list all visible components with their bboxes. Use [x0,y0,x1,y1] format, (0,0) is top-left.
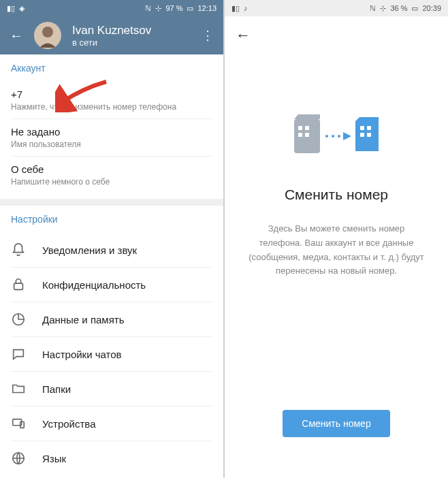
bio-hint: Напишите немного о себе [11,177,212,187]
battery-icon: ▭ [411,4,418,13]
status-bar: ▮▯ ◈ ℕ ⊹ 97 % ▭ 12:13 [0,0,223,16]
devices-icon [11,416,26,431]
battery-percent: 36 % [390,4,407,12]
wifi-icon: ◈ [19,4,25,13]
svg-point-12 [332,135,334,138]
settings-title: Настройки [11,214,212,225]
svg-point-13 [338,135,340,138]
svg-rect-8 [305,126,309,130]
chat-settings-row[interactable]: Настройки чатов [11,337,212,372]
main-content: Сменить номер Здесь Вы можете сменить но… [225,54,448,478]
svg-rect-4 [20,421,25,428]
clock: 12:13 [197,4,217,12]
account-section: Аккаунт +7 Нажмите, чтобы изменить номер… [0,54,223,199]
bell-icon [11,242,26,257]
clock: 20:39 [422,4,441,12]
bio-value: О себе [11,163,212,175]
devices-row[interactable]: Устройства [11,407,212,441]
language-row[interactable]: Язык [11,441,212,475]
nfc-icon: ℕ [145,4,151,13]
settings-section: Настройки Уведомления и звук Конфиденциа… [0,206,223,478]
language-label: Язык [42,453,66,464]
lock-icon [11,277,26,292]
privacy-row[interactable]: Конфиденциальность [11,268,212,302]
phone-hint: Нажмите, чтобы изменить номер телефона [11,102,212,112]
back-icon[interactable]: ← [10,28,23,44]
nfc-icon: ℕ [370,4,376,13]
phone-row[interactable]: +7 Нажмите, чтобы изменить номер телефон… [11,82,212,119]
svg-rect-1 [14,283,23,289]
folder-icon [11,381,26,396]
change-number-button[interactable]: Сменить номер [283,410,389,437]
profile-header: ← Ivan Kuznetsov в сети ⋮ [0,16,223,54]
svg-rect-15 [367,126,371,130]
svg-rect-17 [367,133,371,137]
settings-screen: ▮▯ ◈ ℕ ⊹ 97 % ▭ 12:13 ← Ivan Kuznetsov в… [0,0,223,478]
battery-icon: ▭ [187,4,193,13]
username-hint: Имя пользователя [11,140,212,149]
pie-icon [11,312,26,327]
page-title: Сменить номер [285,187,388,203]
svg-point-11 [325,135,328,138]
phone-value: +7 [11,89,212,100]
change-number-screen: ▮▯ ♪ ℕ ⊹ 36 % ▭ 20:39 ← [225,0,448,478]
bluetooth-icon: ⊹ [155,4,161,13]
bio-row[interactable]: О себе Напишите немного о себе [11,157,212,193]
username-value: Не задано [11,126,212,138]
folders-row[interactable]: Папки [11,372,212,407]
back-icon[interactable]: ← [236,27,251,44]
chat-icon [11,347,26,362]
svg-rect-10 [305,133,309,137]
account-title: Аккаунт [11,63,212,74]
svg-rect-16 [360,133,364,137]
notifications-row[interactable]: Уведомления и звук [11,233,212,268]
header: ← [225,16,448,54]
devices-label: Устройства [42,418,95,430]
status-bar: ▮▯ ♪ ℕ ⊹ 36 % ▭ 20:39 [225,0,448,16]
notifications-label: Уведомления и звук [42,244,137,256]
globe-icon [11,451,26,466]
sim-transfer-illustration [289,109,384,166]
tiktok-icon: ♪ [244,4,248,12]
avatar[interactable] [34,22,61,49]
username-row[interactable]: Не задано Имя пользователя [11,119,212,157]
data-row[interactable]: Данные и память [11,302,212,337]
privacy-label: Конфиденциальность [42,279,146,291]
data-label: Данные и память [42,314,125,325]
signal-icon: ▮▯ [231,4,240,13]
signal-icon: ▮▯ [7,4,15,13]
folders-label: Папки [42,383,71,395]
page-description: Здесь Вы можете сменить номер телефона. … [248,222,425,278]
settings-content: Аккаунт +7 Нажмите, чтобы изменить номер… [0,54,223,478]
svg-rect-9 [298,133,302,137]
more-icon[interactable]: ⋮ [202,28,214,43]
svg-rect-14 [360,126,364,130]
battery-percent: 97 % [165,4,182,12]
svg-point-0 [42,27,53,37]
svg-rect-7 [298,126,302,130]
profile-status: в сети [72,37,191,48]
bluetooth-icon: ⊹ [380,4,386,13]
profile-name: Ivan Kuznetsov [72,24,191,37]
chat-settings-label: Настройки чатов [42,349,122,360]
